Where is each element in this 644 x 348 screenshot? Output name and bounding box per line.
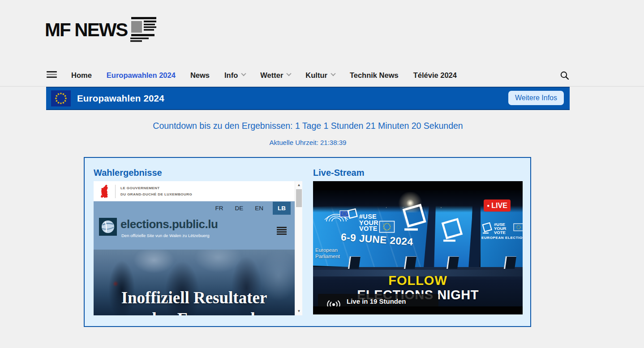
lang-de[interactable]: DE	[229, 205, 249, 212]
results-headline-line1: Inoffiziell Resultater	[94, 288, 295, 307]
nav-item-label: Home	[71, 71, 92, 80]
nav-links: Home Europawahlen 2024 News Info Wetter …	[71, 64, 457, 86]
gov-header: LE GOUVERNEMENT DU GRAND-DUCHÉ DE LUXEMB…	[94, 181, 295, 201]
results-iframe-content: LE GOUVERNEMENT DU GRAND-DUCHÉ DE LUXEMB…	[94, 181, 295, 315]
site-logo[interactable]: MF NEWS	[45, 17, 156, 42]
election-content-box: Wahlergebnisse Live-Stream LE GOUVERNEME…	[84, 157, 531, 327]
iframe-scrollbar[interactable]: ▲ ▼	[295, 181, 302, 315]
site-logo-text: MF NEWS	[45, 21, 127, 39]
ballot-box-icon	[401, 204, 429, 233]
studio-monitor	[348, 256, 361, 269]
elections-menu-icon[interactable]	[277, 227, 287, 236]
nav-item-home[interactable]: Home	[71, 71, 92, 80]
elections-site-header: elections.public.lu Den offizielle Site …	[94, 215, 295, 250]
nav-item-label: Wetter	[260, 71, 283, 80]
gov-line2: DU GRAND-DUCHÉ DE LUXEMBOURG	[120, 191, 192, 197]
studio-monitor	[447, 256, 459, 269]
nav-item-europawahlen[interactable]: Europawahlen 2024	[107, 71, 176, 80]
studio-monitor	[404, 256, 416, 269]
eu-flag-icon	[51, 90, 71, 106]
elections-site-title[interactable]: elections.public.lu	[120, 217, 218, 231]
search-icon[interactable]	[560, 71, 570, 81]
nav-item-news[interactable]: News	[190, 71, 210, 80]
scroll-up-icon[interactable]: ▲	[295, 182, 302, 188]
language-bar: FR DE EN LB	[94, 201, 295, 215]
results-hero-image: Inoffiziell Resultater vun den Europawal…	[94, 250, 295, 315]
page: MF NEWS Home Europawahlen 2024 News Info…	[0, 0, 644, 348]
gov-line1: LE GOUVERNEMENT	[120, 185, 192, 191]
ballot-box-icon	[481, 222, 493, 235]
results-iframe[interactable]: LE GOUVERNEMENT DU GRAND-DUCHÉ DE LUXEMB…	[94, 181, 302, 315]
elections-site-tagline: Den offizielle Site vun de Walen zu Lëtz…	[121, 233, 209, 238]
video-thumbnail: #USE YOUR VOTE 6-9 JUNE 2024 European	[313, 190, 523, 306]
nav-item-label: Europawahlen 2024	[107, 71, 176, 80]
nav-item-label: Info	[224, 71, 238, 80]
european-parliament-logo	[320, 206, 360, 224]
broadcast-icon	[327, 300, 340, 306]
live-badge-label: LIVE	[491, 202, 507, 210]
nav-item-label: Technik News	[350, 71, 399, 80]
results-headline-line2: vun den Europawalen	[94, 309, 295, 315]
video-letterbox-bottom	[313, 306, 523, 314]
current-time-text: Aktuelle Uhrzeit: 21:38:39	[46, 139, 570, 146]
results-heading: Wahlergebnisse	[94, 168, 162, 178]
studio-monitor	[504, 256, 516, 269]
follow-text: FOLLOW	[313, 273, 523, 288]
scroll-down-icon[interactable]: ▼	[295, 308, 302, 314]
lang-en[interactable]: EN	[249, 205, 269, 212]
weitere-infos-button[interactable]: Weitere Infos	[508, 91, 564, 105]
menu-icon[interactable]	[47, 71, 57, 79]
use-your-vote-text: #USE YOUR VOTE	[359, 214, 378, 232]
divider	[115, 185, 116, 198]
nav-item-wetter[interactable]: Wetter	[260, 71, 291, 80]
banner-title: Europawahlen 2024	[77, 93, 164, 104]
luxembourg-lion-icon	[99, 184, 111, 198]
nav-item-televie[interactable]: Télévie 2024	[413, 71, 457, 80]
newspaper-icon	[130, 17, 156, 42]
nav-item-info[interactable]: Info	[224, 71, 245, 80]
main-nav: Home Europawahlen 2024 News Info Wetter …	[0, 64, 644, 86]
use-your-vote-text-small: #USE YOUR VOTE	[494, 222, 506, 234]
europawahlen-banner: Europawahlen 2024 Weitere Infos	[46, 87, 570, 110]
livestream-video-embed[interactable]: #USE YOUR VOTE 6-9 JUNE 2024 European	[313, 181, 523, 314]
chevron-down-icon	[287, 71, 292, 76]
eu-flag-outline-icon-small	[513, 223, 523, 231]
lang-lb-active[interactable]: LB	[273, 202, 291, 215]
eu-flag-outline-icon	[379, 221, 395, 233]
nav-item-kultur[interactable]: Kultur	[305, 71, 335, 80]
nav-item-label: Télévie 2024	[413, 71, 457, 80]
european-elections-caption: EUROPEAN ELECTIONS	[481, 236, 523, 240]
elections-globe-icon	[99, 218, 117, 236]
european-parliament-label: European Parliament	[315, 247, 340, 259]
chevron-down-icon	[241, 71, 246, 76]
lang-fr[interactable]: FR	[209, 205, 229, 212]
livestream-heading: Live-Stream	[313, 168, 365, 178]
overlay-subtitle: 9. Juni um 17:30	[347, 306, 406, 307]
upcoming-live-overlay: Live in 19 Stunden 9. Juni um 17:30	[318, 294, 438, 306]
ballot-box-icon	[440, 218, 464, 244]
video-letterbox-top	[313, 181, 523, 190]
live-dot-icon: ●	[487, 203, 489, 208]
nav-item-label: Kultur	[305, 71, 327, 80]
overlay-title: Live in 19 Stunden	[347, 297, 406, 306]
live-badge: ● LIVE	[484, 199, 511, 212]
nav-item-technik-news[interactable]: Technik News	[350, 71, 399, 80]
countdown-text: Countdown bis zu den Ergebnissen: 1 Tage…	[46, 121, 570, 131]
chevron-down-icon	[331, 71, 335, 76]
nav-item-label: News	[190, 71, 210, 80]
scrollbar-thumb[interactable]	[296, 189, 302, 207]
